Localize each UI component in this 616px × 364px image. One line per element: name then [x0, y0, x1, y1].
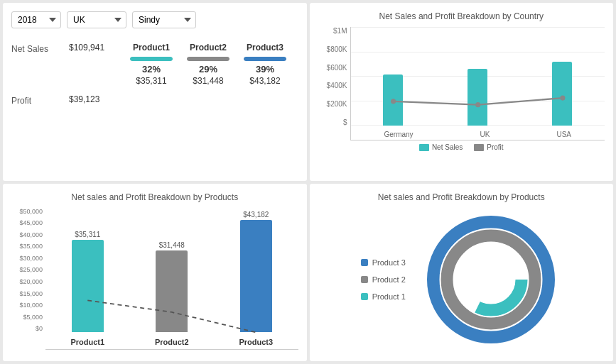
- product1-pct: 32%: [130, 64, 173, 75]
- y-label-600k: $600K: [327, 64, 347, 72]
- donut-chart: [420, 209, 562, 351]
- y-label-800k: $800K: [327, 45, 347, 53]
- x-labels: Germany UK USA: [351, 131, 605, 138]
- product2-legend-dot: [361, 276, 368, 283]
- dashboard: 2018 2019 2020 UK USA Germany Sindy John…: [0, 0, 616, 364]
- product-headers: Product1 Product2 Product3: [130, 43, 286, 53]
- x-product-labels: Product1 Product2 Product3: [45, 338, 298, 346]
- y-50000: $50,000: [19, 208, 43, 215]
- y-30000: $30,000: [19, 255, 43, 262]
- y-label-200k: $200K: [327, 100, 347, 108]
- top-right-chart-body: Germany UK USA: [350, 27, 605, 140]
- product3-name: Product3: [239, 338, 273, 346]
- bottom-right-panel: Net sales and Profit Breakdown by Produc…: [310, 184, 614, 362]
- donut-legend-product2: Product 2: [361, 275, 406, 284]
- net-sales-value: $109,941: [69, 43, 119, 53]
- bottom-right-chart-title: Net sales and Profit Breakdown by Produc…: [318, 192, 605, 202]
- product1-header: Product1: [130, 43, 173, 53]
- product3-pct: 39%: [244, 64, 286, 75]
- top-right-chart-title: Net Sales and Profit Breakdown by Countr…: [318, 11, 605, 21]
- product2-name: Product2: [155, 338, 189, 346]
- chart-legend: Net Sales Profit: [318, 143, 605, 151]
- top-left-panel: 2018 2019 2020 UK USA Germany Sindy John…: [3, 3, 307, 181]
- product-amounts: $35,311 $31,448 $43,182: [130, 76, 286, 86]
- profit-line-overlay: [351, 27, 605, 128]
- product1-name: Product1: [70, 338, 104, 346]
- bottom-left-panel: Net sales and Profit Breakdown by Produc…: [3, 184, 307, 362]
- y-15000: $15,000: [19, 290, 43, 297]
- svg-point-0: [391, 99, 396, 104]
- net-sales-row: Net Sales $109,941 Product1 Product2 Pro…: [11, 43, 298, 86]
- product1-bar-wrapper: [130, 57, 173, 61]
- y-label-400k: $400K: [327, 82, 347, 89]
- person-filter[interactable]: Sindy John Mary: [132, 11, 196, 28]
- legend-profit-color: [474, 144, 484, 151]
- product2-header: Product2: [187, 43, 229, 53]
- products-chart-body: $35,311 $31,448 $43,182: [45, 208, 298, 350]
- product3-legend-dot: [361, 259, 368, 266]
- products-y-axis: $50,000 $45,000 $40,000 $35,000 $30,000 …: [11, 208, 45, 350]
- product2-pct: 29%: [187, 64, 229, 75]
- country-filter[interactable]: UK USA Germany: [67, 11, 126, 28]
- product1-legend-label: Product 1: [372, 292, 406, 301]
- y-35000: $35,000: [19, 243, 43, 250]
- x-label-germany: Germany: [384, 131, 413, 138]
- svg-point-2: [560, 96, 565, 101]
- y-10000: $10,000: [19, 302, 43, 309]
- y-25000: $25,000: [19, 266, 43, 273]
- product1-amount: $35,311: [130, 76, 173, 86]
- progress-bars: [130, 57, 286, 61]
- legend-netsales: Net Sales: [419, 143, 463, 151]
- product-percentages: 32% 29% 39%: [130, 64, 286, 75]
- metrics-section: Net Sales $109,941 Product1 Product2 Pro…: [11, 43, 298, 106]
- svg-point-5: [460, 249, 522, 310]
- product3-bar-wrapper: [244, 57, 286, 61]
- top-right-y-axis: $1M $800K $600K $400K $200K $: [318, 27, 350, 140]
- profit-row: Profit $39,123: [11, 94, 298, 106]
- legend-netsales-color: [419, 144, 429, 151]
- product3-bar-fill: [244, 57, 286, 61]
- net-sales-label: Net Sales: [11, 43, 58, 54]
- donut-legend: Product 3 Product 2 Product 1: [361, 258, 406, 301]
- year-filter[interactable]: 2018 2019 2020: [11, 11, 61, 28]
- legend-profit: Profit: [474, 143, 503, 151]
- y-40000: $40,000: [19, 231, 43, 238]
- top-right-panel: Net Sales and Profit Breakdown by Countr…: [310, 3, 614, 181]
- product3-amount: $43,182: [244, 76, 286, 86]
- products-chart: $50,000 $45,000 $40,000 $35,000 $30,000 …: [11, 208, 298, 350]
- product3-legend-label: Product 3: [372, 258, 406, 267]
- filters-row: 2018 2019 2020 UK USA Germany Sindy John…: [11, 11, 298, 28]
- profit-label: Profit: [11, 94, 58, 106]
- product2-bar-wrapper: [187, 57, 229, 61]
- legend-profit-label: Profit: [487, 143, 503, 151]
- profit-value: $39,123: [69, 94, 119, 104]
- top-right-chart-area: $1M $800K $600K $400K $200K $: [318, 27, 605, 140]
- y-0: $0: [36, 325, 43, 332]
- y-5000: $5,000: [23, 314, 43, 321]
- product1-legend-dot: [361, 293, 368, 300]
- product2-legend-label: Product 2: [372, 275, 406, 284]
- product3-header: Product3: [244, 43, 286, 53]
- y-45000: $45,000: [19, 219, 43, 226]
- y-label-1m: $1M: [333, 27, 347, 35]
- y-20000: $20,000: [19, 278, 43, 285]
- product1-bar-fill: [130, 57, 173, 61]
- product2-bar-fill: [187, 57, 229, 61]
- donut-legend-product1: Product 1: [361, 292, 406, 301]
- donut-container: Product 3 Product 2 Product 1: [318, 208, 605, 352]
- legend-netsales-label: Net Sales: [432, 143, 463, 151]
- svg-point-8: [467, 255, 514, 303]
- y-label-0: $: [343, 118, 347, 126]
- svg-point-1: [475, 102, 480, 107]
- donut-legend-product3: Product 3: [361, 258, 406, 267]
- x-label-uk: UK: [480, 131, 490, 138]
- x-label-usa: USA: [556, 131, 571, 138]
- product2-amount: $31,448: [187, 76, 229, 86]
- products-breakdown: Product1 Product2 Product3: [130, 43, 286, 86]
- products-profit-line: [45, 208, 298, 356]
